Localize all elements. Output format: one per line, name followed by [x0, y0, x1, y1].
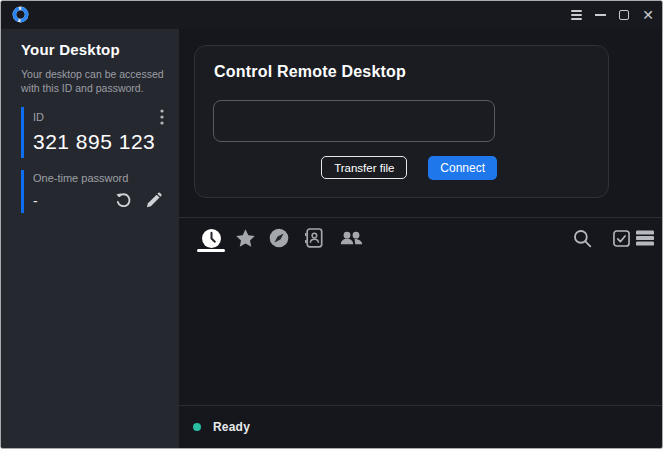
list-view-icon: [636, 230, 654, 246]
titlebar: ✕: [1, 1, 662, 29]
pencil-icon: [145, 192, 162, 209]
password-value: -: [33, 193, 115, 209]
search-button[interactable]: [568, 225, 596, 251]
minimize-icon: [595, 14, 606, 16]
session-tabbar: [179, 225, 662, 255]
window-controls: ✕: [564, 1, 660, 29]
maximize-button[interactable]: [612, 1, 636, 29]
id-value: 321 895 123: [33, 130, 164, 154]
minimize-button[interactable]: [588, 1, 612, 29]
tab-recent-sessions[interactable]: [197, 225, 225, 251]
connect-card-buttons: Transfer file Connect: [195, 156, 497, 180]
kebab-menu-icon: [160, 109, 164, 125]
statusbar: Ready: [179, 406, 662, 448]
main-panel: Control Remote Desktop Transfer file Con…: [179, 29, 662, 448]
sidebar-title: Your Desktop: [21, 41, 179, 58]
compass-icon: [269, 228, 289, 248]
star-icon: [235, 228, 256, 249]
password-label: One-time password: [33, 172, 128, 184]
connect-card-title: Control Remote Desktop: [214, 63, 406, 81]
maximize-icon: [619, 10, 629, 20]
address-book-icon: [305, 228, 323, 248]
connect-card: Control Remote Desktop Transfer file Con…: [194, 45, 609, 198]
status-dot-icon: [193, 423, 201, 431]
refresh-icon: [115, 192, 132, 209]
sidebar-subtitle-line1: Your desktop can be accessed: [21, 67, 179, 81]
id-menu-button[interactable]: [160, 109, 164, 125]
clock-icon: [201, 228, 222, 249]
tabbar-divider: [179, 217, 662, 218]
close-icon: ✕: [642, 8, 654, 22]
menu-icon[interactable]: [564, 1, 588, 29]
sidebar-subtitle: Your desktop can be accessed with this I…: [21, 67, 179, 95]
active-tab-underline: [197, 249, 225, 252]
tab-address-book[interactable]: [300, 225, 328, 251]
remote-id-input[interactable]: [213, 100, 495, 142]
id-section: ID 321 895 123: [21, 107, 164, 158]
rustdesk-window: ✕ Your Desktop Your desktop can be acces…: [0, 0, 663, 449]
sidebar: Your Desktop Your desktop can be accesse…: [1, 29, 179, 448]
group-icon: [339, 228, 364, 248]
tab-group[interactable]: [335, 225, 367, 251]
view-mode-button[interactable]: [631, 225, 659, 251]
close-button[interactable]: ✕: [636, 1, 660, 29]
connect-button[interactable]: Connect: [428, 156, 497, 180]
sidebar-subtitle-line2: with this ID and password.: [21, 81, 179, 95]
tab-favorites[interactable]: [231, 225, 259, 251]
select-checkbox-icon: [613, 230, 630, 247]
id-label: ID: [33, 111, 44, 123]
edit-password-button[interactable]: [145, 192, 162, 209]
transfer-file-button[interactable]: Transfer file: [321, 156, 407, 179]
refresh-password-button[interactable]: [115, 192, 132, 209]
status-text: Ready: [213, 420, 250, 434]
password-section: One-time password -: [21, 170, 164, 213]
search-icon: [573, 229, 592, 248]
session-list: [179, 256, 662, 406]
tab-discovered[interactable]: [265, 225, 293, 251]
app-logo-icon: [12, 6, 29, 23]
